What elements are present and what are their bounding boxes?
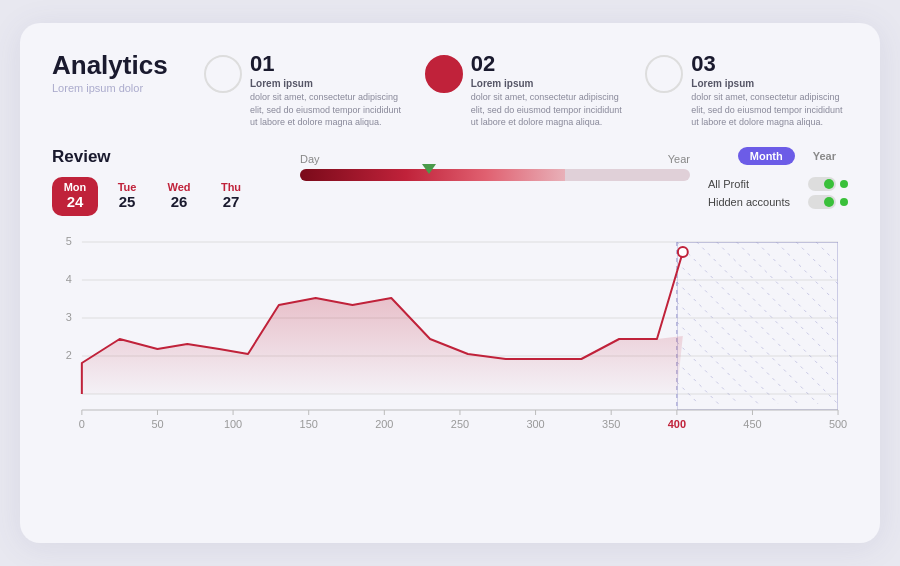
svg-text:0: 0 xyxy=(79,418,85,430)
slider-labels: Day Year xyxy=(300,153,690,165)
toggle-month-button[interactable]: Month xyxy=(738,147,795,165)
day-thu[interactable]: Thu 27 xyxy=(208,177,254,216)
analytics-card: Analytics Lorem ipsum dolor 01 Lorem ips… xyxy=(20,23,880,543)
hidden-accounts-dot xyxy=(824,197,834,207)
legend-hidden-accounts-label: Hidden accounts xyxy=(708,196,790,208)
svg-line-20 xyxy=(677,282,798,404)
stat-item-3: 03 Lorem ipsum dolor sit amet, consectet… xyxy=(645,53,848,129)
app-subtitle: Lorem ipsum dolor xyxy=(52,82,172,94)
title-block: Analytics Lorem ipsum dolor xyxy=(52,51,172,94)
stat-content-3: 03 Lorem ipsum dolor sit amet, consectet… xyxy=(691,53,848,129)
svg-text:500: 500 xyxy=(829,418,847,430)
legend-hidden-accounts: Hidden accounts xyxy=(708,195,848,209)
svg-text:350: 350 xyxy=(602,418,620,430)
stat-content-1: 01 Lorem ipsum dolor sit amet, consectet… xyxy=(250,53,407,129)
stat-circle-3 xyxy=(645,55,683,93)
stats-row: 01 Lorem ipsum dolor sit amet, consectet… xyxy=(204,53,848,129)
svg-text:5: 5 xyxy=(66,235,72,247)
svg-line-22 xyxy=(677,322,759,404)
stat-text-1: Lorem ipsum dolor sit amet, consectetur … xyxy=(250,77,407,129)
review-left: Review Mon 24 Tue 25 Wed 26 Thu 27 xyxy=(52,147,282,216)
svg-text:2: 2 xyxy=(66,349,72,361)
hidden-accounts-track xyxy=(808,195,836,209)
svg-text:250: 250 xyxy=(451,418,469,430)
svg-text:450: 450 xyxy=(743,418,761,430)
svg-line-15 xyxy=(756,242,838,324)
chart-area: 5 4 3 2 xyxy=(52,232,848,432)
slider-thumb xyxy=(422,164,436,174)
svg-line-24 xyxy=(677,362,719,404)
stat-circle-1 xyxy=(204,55,242,93)
slider-track[interactable] xyxy=(300,169,690,181)
day-mon[interactable]: Mon 24 xyxy=(52,177,98,216)
svg-line-13 xyxy=(717,242,838,364)
chart-peak-point xyxy=(678,247,688,257)
toggle-row: Month Year xyxy=(738,147,848,165)
svg-line-17 xyxy=(796,242,838,284)
stat-number-3: 03 xyxy=(691,53,848,75)
review-section: Review Mon 24 Tue 25 Wed 26 Thu 27 xyxy=(52,147,848,216)
hidden-accounts-indicator xyxy=(840,198,848,206)
legend-all-profit: All Profit xyxy=(708,177,848,191)
stat-item-2: 02 Lorem ipsum dolor sit amet, consectet… xyxy=(425,53,628,129)
svg-text:3: 3 xyxy=(66,311,72,323)
legend-all-profit-label: All Profit xyxy=(708,178,749,190)
all-profit-track xyxy=(808,177,836,191)
svg-line-21 xyxy=(677,302,778,404)
stat-text-3: Lorem ipsum dolor sit amet, consectetur … xyxy=(691,77,848,129)
svg-line-18 xyxy=(816,242,838,264)
header-row: Analytics Lorem ipsum dolor 01 Lorem ips… xyxy=(52,51,848,129)
slider-label-day: Day xyxy=(300,153,320,165)
app-title: Analytics xyxy=(52,51,172,80)
review-title: Review xyxy=(52,147,282,167)
all-profit-dot xyxy=(824,179,834,189)
stat-content-2: 02 Lorem ipsum dolor sit amet, consectet… xyxy=(471,53,628,129)
svg-text:200: 200 xyxy=(375,418,393,430)
svg-line-14 xyxy=(737,242,838,344)
slider-label-year: Year xyxy=(668,153,690,165)
slider-area: Day Year xyxy=(300,147,690,181)
stat-text-2: Lorem ipsum dolor sit amet, consectetur … xyxy=(471,77,628,129)
svg-line-11 xyxy=(677,242,838,404)
svg-text:300: 300 xyxy=(526,418,544,430)
stat-item-1: 01 Lorem ipsum dolor sit amet, consectet… xyxy=(204,53,407,129)
day-selector: Mon 24 Tue 25 Wed 26 Thu 27 xyxy=(52,177,282,216)
svg-text:4: 4 xyxy=(66,273,72,285)
legend-hidden-accounts-switch[interactable] xyxy=(808,195,848,209)
toggle-year-button[interactable]: Year xyxy=(801,147,848,165)
all-profit-indicator xyxy=(840,180,848,188)
svg-line-23 xyxy=(677,342,739,404)
stat-number-2: 02 xyxy=(471,53,628,75)
svg-text:100: 100 xyxy=(224,418,242,430)
chart-svg: 5 4 3 2 xyxy=(52,232,848,432)
svg-line-16 xyxy=(776,242,838,304)
svg-text:150: 150 xyxy=(300,418,318,430)
day-wed[interactable]: Wed 26 xyxy=(156,177,202,216)
stat-circle-2 xyxy=(425,55,463,93)
legend-area: Month Year All Profit Hidden accounts xyxy=(708,147,848,209)
day-tue[interactable]: Tue 25 xyxy=(104,177,150,216)
svg-line-25 xyxy=(677,382,699,404)
svg-text:400: 400 xyxy=(668,418,686,430)
svg-text:50: 50 xyxy=(151,418,163,430)
legend-all-profit-switch[interactable] xyxy=(808,177,848,191)
stat-number-1: 01 xyxy=(250,53,407,75)
